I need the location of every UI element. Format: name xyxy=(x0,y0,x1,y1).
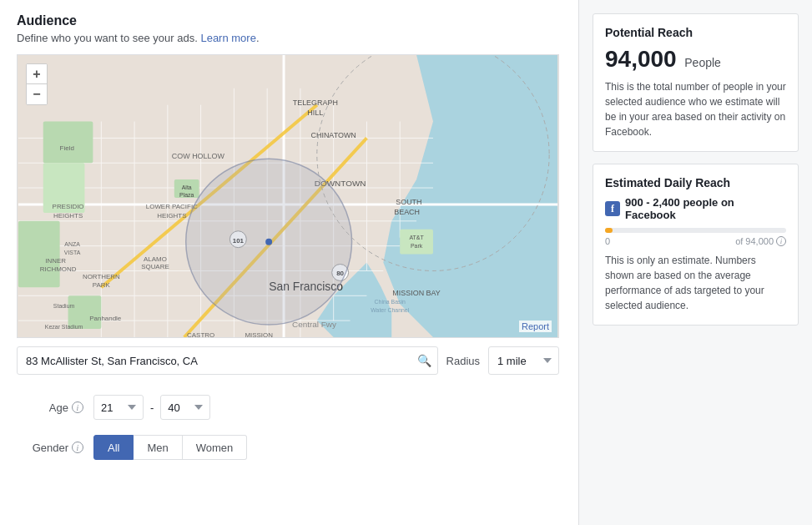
progress-info-icon[interactable]: i xyxy=(776,236,786,246)
progress-bar xyxy=(605,228,786,233)
potential-reach-section: Potential Reach 94,000 People This is th… xyxy=(593,13,799,152)
location-input[interactable] xyxy=(17,346,438,375)
gender-label: Gender i xyxy=(17,442,83,454)
svg-text:PRESIDIO: PRESIDIO xyxy=(53,203,84,210)
progress-labels: 0 of 94,000 i xyxy=(605,236,786,246)
age-dash: - xyxy=(150,401,154,414)
svg-text:ANZA: ANZA xyxy=(64,241,80,247)
main-panel: Audience Define who you want to see your… xyxy=(0,0,578,525)
svg-text:Water Channel: Water Channel xyxy=(371,307,409,313)
svg-text:HEIGHTS: HEIGHTS xyxy=(53,212,83,220)
age-info-icon[interactable]: i xyxy=(72,401,83,413)
svg-text:VISTA: VISTA xyxy=(64,250,81,255)
svg-text:HILL: HILL xyxy=(307,109,323,117)
subtitle-text: Define who you want to see your ads. xyxy=(17,32,198,44)
gender-all-button[interactable]: All xyxy=(93,435,134,460)
svg-text:Park: Park xyxy=(411,243,423,249)
svg-text:LOWER PACIFIC: LOWER PACIFIC xyxy=(146,203,198,210)
audience-header: Audience Define who you want to see your… xyxy=(17,13,562,44)
svg-text:BEACH: BEACH xyxy=(394,208,420,216)
map-container: Field COW HOLLOW TELEGRAPH HILL CHINATOW… xyxy=(17,54,559,338)
svg-text:ALAMO: ALAMO xyxy=(144,255,167,263)
age-min-select[interactable]: 21 13 18 25 30 35 40 xyxy=(93,395,144,420)
audience-subtitle: Define who you want to see your ads. Lea… xyxy=(17,32,562,44)
reach-unit: People xyxy=(684,56,721,69)
fb-reach-text: 900 - 2,400 people on Facebook xyxy=(625,196,786,221)
zoom-in-button[interactable]: + xyxy=(27,64,47,84)
svg-text:AT&T: AT&T xyxy=(409,235,424,240)
svg-text:Field: Field xyxy=(60,144,74,152)
age-max-select[interactable]: 40 17 24 30 35 45 50 55 60 65+ xyxy=(160,395,210,420)
gender-women-button[interactable]: Women xyxy=(183,435,248,460)
svg-text:China Basin: China Basin xyxy=(375,299,406,305)
svg-text:CASTRO: CASTRO xyxy=(187,331,214,337)
svg-text:Central Fwy: Central Fwy xyxy=(292,320,336,329)
estimated-description: This is only an estimate. Numbers shown … xyxy=(605,253,786,313)
age-row: Age i 21 13 18 25 30 35 40 - 40 17 24 30… xyxy=(17,395,562,420)
gender-btn-group: All Men Women xyxy=(93,435,247,460)
svg-text:NORTHERN: NORTHERN xyxy=(83,273,120,280)
svg-text:INNER: INNER xyxy=(45,257,66,265)
svg-text:HEIGHTS: HEIGHTS xyxy=(157,212,186,220)
learn-more-link[interactable]: Learn more xyxy=(200,32,255,44)
controls-section: Age i 21 13 18 25 30 35 40 - 40 17 24 30… xyxy=(17,395,562,460)
svg-text:SQUARE: SQUARE xyxy=(141,263,169,270)
gender-row: Gender i All Men Women xyxy=(17,435,562,460)
svg-text:MISSION BAY: MISSION BAY xyxy=(392,289,440,297)
radius-label: Radius xyxy=(446,355,480,367)
svg-text:RICHMOND: RICHMOND xyxy=(40,265,77,273)
gender-info-icon[interactable]: i xyxy=(72,442,83,453)
gender-men-button[interactable]: Men xyxy=(134,435,182,460)
zoom-out-button[interactable]: − xyxy=(27,84,47,104)
svg-text:Panhandle: Panhandle xyxy=(89,315,122,322)
svg-text:SOUTH: SOUTH xyxy=(396,198,421,206)
facebook-icon: f xyxy=(605,201,620,216)
fb-daily-row: f 900 - 2,400 people on Facebook xyxy=(605,196,786,221)
page-title: Audience xyxy=(17,13,562,28)
svg-text:PARK: PARK xyxy=(93,281,111,289)
progress-bar-fill xyxy=(605,228,613,233)
reach-description: This is the total number of people in yo… xyxy=(605,79,786,139)
progress-min-label: 0 xyxy=(605,236,610,246)
location-input-wrap: 🔍 xyxy=(17,346,438,375)
report-link[interactable]: Report xyxy=(519,321,552,332)
progress-max-label: of 94,000 i xyxy=(735,236,786,246)
svg-text:Plaza: Plaza xyxy=(179,192,194,198)
svg-rect-22 xyxy=(18,221,60,288)
age-label: Age i xyxy=(17,401,83,414)
potential-reach-title: Potential Reach xyxy=(605,26,786,39)
estimated-daily-section: Estimated Daily Reach f 900 - 2,400 peop… xyxy=(593,164,799,326)
svg-text:Kezar Stadium: Kezar Stadium xyxy=(45,324,83,330)
subtitle-period: . xyxy=(256,32,260,44)
sidebar-panel: Potential Reach 94,000 People This is th… xyxy=(578,0,812,525)
estimated-daily-title: Estimated Daily Reach xyxy=(605,176,786,189)
map-svg: Field COW HOLLOW TELEGRAPH HILL CHINATOW… xyxy=(18,55,558,337)
svg-text:TELEGRAPH: TELEGRAPH xyxy=(293,98,338,107)
search-icon[interactable]: 🔍 xyxy=(417,354,431,367)
svg-text:Alta: Alta xyxy=(182,184,192,190)
map-zoom-controls: + − xyxy=(26,63,48,105)
reach-number: 94,000 xyxy=(605,46,677,72)
location-row: 🔍 Radius 1 mile 5 miles 10 miles 25 mile… xyxy=(17,346,559,375)
radius-select[interactable]: 1 mile 5 miles 10 miles 25 miles 50 mile… xyxy=(488,346,559,375)
svg-rect-21 xyxy=(43,122,93,164)
svg-text:Stadium: Stadium xyxy=(53,303,75,309)
svg-point-68 xyxy=(265,239,272,245)
potential-reach-number-row: 94,000 People xyxy=(605,46,786,73)
svg-text:MISSION: MISSION xyxy=(245,331,273,337)
svg-text:COW HOLLOW: COW HOLLOW xyxy=(172,152,225,160)
